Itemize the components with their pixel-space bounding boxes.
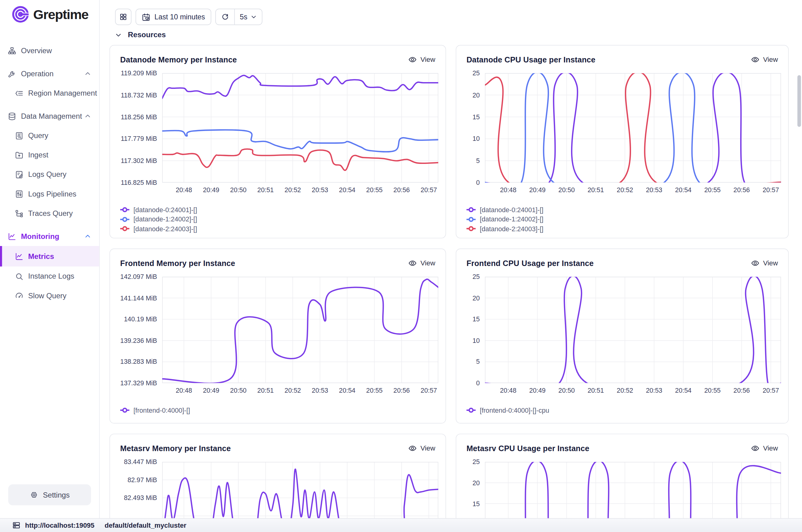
x-axis-label: 20:48 xyxy=(176,186,192,194)
sidebar-item-data-management[interactable]: Data Management xyxy=(0,107,99,126)
chart-card-1: Datanode CPU Usage per InstanceView25201… xyxy=(456,45,789,238)
chart-plot-area[interactable]: 252015105020:4820:4920:5020:5120:5220:53… xyxy=(466,277,778,398)
sidebar-item-operation[interactable]: Operation xyxy=(0,64,99,83)
chevron-up-icon[interactable] xyxy=(84,113,91,120)
status-bar: http://localhost:19095 default/default_m… xyxy=(0,518,802,532)
y-axis-label: 20 xyxy=(466,479,480,487)
view-button[interactable]: View xyxy=(751,259,778,267)
greptime-logo[interactable]: Greptime xyxy=(12,5,89,24)
view-button[interactable]: View xyxy=(408,444,435,452)
eye-icon xyxy=(751,259,760,267)
sidebar-item-label: Query xyxy=(28,131,48,139)
refresh-group: 5s xyxy=(215,8,262,25)
x-axis-label: 20:49 xyxy=(203,386,219,394)
x-axis-label: 20:56 xyxy=(733,186,750,194)
view-button[interactable]: View xyxy=(408,259,435,267)
x-axis-label: 20:57 xyxy=(421,386,437,394)
legend-item[interactable]: [datanode-2:24003]-[] xyxy=(120,224,436,234)
pipeline-icon xyxy=(15,189,24,198)
layout-grid-button[interactable] xyxy=(115,8,131,25)
card-header: Frontend CPU Usage per InstanceView xyxy=(466,256,778,269)
x-axis-label: 20:54 xyxy=(675,386,691,394)
refresh-interval-value: 5s xyxy=(240,13,248,21)
ingest-icon xyxy=(15,150,24,159)
y-axis-label: 20 xyxy=(466,294,480,302)
sidebar-item-instance-logs[interactable]: Instance Logs xyxy=(0,267,99,286)
resources-section-header[interactable]: Resources xyxy=(115,31,166,39)
chart-plot-area[interactable]: 252015 xyxy=(466,462,778,519)
sidebar-item-slow-query[interactable]: Slow Query xyxy=(0,286,99,305)
eye-icon xyxy=(751,444,760,452)
sidebar-item-query[interactable]: Query xyxy=(0,126,99,145)
traces-icon xyxy=(15,209,24,218)
sidebar-item-overview[interactable]: Overview xyxy=(0,41,99,60)
toolbar: Last 10 minutes 5s xyxy=(115,8,262,25)
chart-title: Frontend CPU Usage per Instance xyxy=(466,259,594,267)
sidebar-item-label: Logs Pipelines xyxy=(28,190,76,198)
x-axis-label: 20:55 xyxy=(366,386,383,394)
series-line xyxy=(162,279,438,383)
vertical-scrollbar[interactable] xyxy=(797,75,801,127)
y-axis-label: 82.97 MiB xyxy=(120,476,157,484)
view-button[interactable]: View xyxy=(751,55,778,64)
chevron-up-icon[interactable] xyxy=(84,71,91,77)
settings-label: Settings xyxy=(43,491,70,499)
chart-plot-area[interactable]: 119.209 MiB118.732 MiB118.256 MiB117.779… xyxy=(120,73,436,197)
legend-item[interactable]: [datanode-1:24002]-[] xyxy=(466,215,778,224)
legend-marker-icon xyxy=(120,216,130,222)
sidebar-item-label: Monitoring xyxy=(21,232,59,241)
y-axis-label: 10 xyxy=(466,337,480,344)
sidebar-item-monitoring[interactable]: Monitoring xyxy=(0,227,99,246)
y-axis-label: 141.144 MiB xyxy=(120,294,157,302)
legend-item[interactable]: [frontend-0:4000]-[]-cpu xyxy=(466,405,778,415)
legend-item[interactable]: [datanode-0:24001]-[] xyxy=(466,205,778,215)
chart-legend: [datanode-0:24001]-[][datanode-1:24002]-… xyxy=(466,205,778,239)
y-axis-label: 0 xyxy=(466,179,480,186)
settings-button[interactable]: Settings xyxy=(8,484,91,505)
y-axis-label: 82.493 MiB xyxy=(120,494,157,502)
chart-card-3: Frontend CPU Usage per InstanceView25201… xyxy=(456,248,789,423)
chart-plot-area[interactable]: 83.447 MiB82.97 MiB82.493 MiB xyxy=(120,462,436,519)
cluster-name[interactable]: default/default_mycluster xyxy=(104,521,186,529)
chart-title: Metasrv CPU Usage per Instance xyxy=(466,444,589,452)
legend-item[interactable]: [datanode-2:24003]-[] xyxy=(466,224,778,234)
y-axis-label: 0 xyxy=(466,379,480,387)
chevron-up-icon[interactable] xyxy=(84,233,91,240)
chevron-down-icon xyxy=(250,14,256,20)
sidebar-item-logs-query[interactable]: Logs Query xyxy=(0,165,99,184)
sidebar-item-logs-pipelines[interactable]: Logs Pipelines xyxy=(0,184,99,204)
chart-icon xyxy=(7,231,16,241)
chart-canvas xyxy=(485,277,781,383)
sidebar-item-ingest[interactable]: Ingest xyxy=(0,145,99,165)
series-line xyxy=(162,469,438,519)
chart-plot-area[interactable]: 252015105020:4820:4920:5020:5120:5220:53… xyxy=(466,73,778,197)
x-axis-label: 20:54 xyxy=(339,386,355,394)
x-axis-label: 20:56 xyxy=(733,386,750,394)
legend-marker-icon xyxy=(466,407,476,413)
chart-plot-area[interactable]: 142.097 MiB141.144 MiB140.19 MiB139.236 … xyxy=(120,277,436,398)
sidebar-item-traces-query[interactable]: Traces Query xyxy=(0,204,99,223)
refresh-button[interactable] xyxy=(216,9,234,25)
y-axis-label: 20 xyxy=(466,91,480,99)
view-button[interactable]: View xyxy=(751,444,778,452)
time-range-button[interactable]: Last 10 minutes xyxy=(136,8,211,25)
x-axis-label: 20:55 xyxy=(704,186,721,194)
x-axis-label: 20:48 xyxy=(176,386,192,394)
sidebar-item-metrics[interactable]: Metrics xyxy=(0,246,99,267)
calendar-clock-icon xyxy=(142,13,150,21)
chart-legend: [frontend-0:4000]-[]-cpu xyxy=(466,405,778,420)
y-axis-label: 5 xyxy=(466,157,480,165)
y-axis-label: 140.19 MiB xyxy=(120,316,157,323)
legend-label: [datanode-2:24003]-[] xyxy=(480,225,543,232)
sidebar-item-region-management[interactable]: Region Management xyxy=(0,83,99,103)
legend-item[interactable]: [frontend-0:4000]-[] xyxy=(120,405,436,415)
view-button[interactable]: View xyxy=(408,55,435,64)
x-axis-label: 20:57 xyxy=(421,186,437,194)
refresh-interval-select[interactable]: 5s xyxy=(234,9,262,25)
y-axis-label: 116.825 MiB xyxy=(120,179,157,186)
y-axis-label: 118.256 MiB xyxy=(120,113,157,121)
legend-item[interactable]: [datanode-1:24002]-[] xyxy=(120,215,436,224)
server-url[interactable]: http://localhost:19095 xyxy=(25,521,95,529)
x-axis-label: 20:51 xyxy=(257,386,274,394)
legend-item[interactable]: [datanode-0:24001]-[] xyxy=(120,205,436,215)
